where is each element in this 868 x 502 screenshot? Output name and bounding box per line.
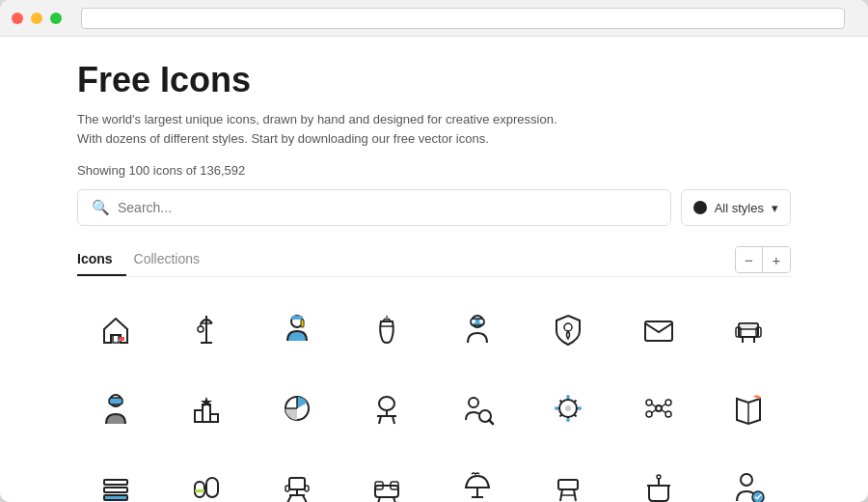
list-icon <box>95 466 137 502</box>
style-dropdown[interactable]: All styles ▾ <box>681 189 791 226</box>
worker-icon <box>276 308 318 350</box>
admin-person-icon <box>727 466 770 502</box>
svg-line-76 <box>287 495 291 502</box>
svg-rect-29 <box>210 414 218 422</box>
search-icon: 🔍 <box>92 199 110 216</box>
svg-rect-73 <box>289 478 305 489</box>
list-item[interactable] <box>620 453 697 502</box>
icons-grid: + <box>77 294 791 502</box>
svg-line-64 <box>662 410 665 413</box>
list-item[interactable] <box>258 453 336 502</box>
maximize-button[interactable] <box>50 13 62 24</box>
lamp-icon <box>185 308 228 350</box>
main-content: Free Icons The world's largest unique ic… <box>0 37 868 502</box>
list-item[interactable] <box>258 294 336 364</box>
drink-icon <box>366 308 408 350</box>
list-item[interactable] <box>529 374 607 443</box>
showing-count: Showing 100 icons of 136,592 <box>77 163 791 178</box>
svg-line-89 <box>560 489 562 501</box>
svg-point-39 <box>469 398 478 407</box>
svg-rect-66 <box>104 480 127 485</box>
shield-location-icon <box>547 308 589 350</box>
svg-line-77 <box>303 495 307 502</box>
svg-line-63 <box>652 410 656 413</box>
svg-line-62 <box>662 404 665 407</box>
svg-rect-20 <box>739 323 758 329</box>
svg-rect-28 <box>203 404 210 422</box>
search-input[interactable] <box>118 200 657 215</box>
svg-line-48 <box>559 401 561 403</box>
svg-rect-71 <box>206 478 218 497</box>
pie-chart-icon <box>276 387 318 430</box>
svg-point-43 <box>565 405 571 411</box>
tab-icons[interactable]: Icons <box>77 243 126 276</box>
network-icon <box>637 387 680 430</box>
tab-collections[interactable]: Collections <box>134 243 213 276</box>
stool-icon <box>547 466 589 502</box>
list-item[interactable] <box>710 294 787 364</box>
search-row: 🔍 All styles ▾ <box>77 189 791 226</box>
list-item[interactable] <box>168 374 245 443</box>
list-item[interactable] <box>77 374 154 443</box>
svg-line-37 <box>379 416 381 424</box>
svg-point-52 <box>566 395 570 399</box>
leaderboard-icon <box>185 387 228 430</box>
list-item[interactable] <box>710 374 787 443</box>
list-item[interactable] <box>168 453 245 502</box>
list-item[interactable] <box>439 294 516 364</box>
titlebar <box>0 0 868 37</box>
svg-rect-27 <box>195 410 203 422</box>
list-item[interactable] <box>348 294 425 364</box>
close-button[interactable] <box>12 13 23 24</box>
svg-point-54 <box>566 418 570 422</box>
svg-line-51 <box>559 414 561 416</box>
svg-line-61 <box>652 404 656 407</box>
style-dot-icon <box>693 201 707 214</box>
virus-icon <box>547 387 589 430</box>
list-item[interactable] <box>439 374 516 443</box>
svg-point-58 <box>665 400 671 405</box>
vanity-table-icon <box>366 387 408 430</box>
style-label: All styles <box>715 201 764 215</box>
list-item[interactable] <box>710 453 787 502</box>
tabs-row: Icons Collections − + <box>77 243 791 277</box>
svg-rect-26 <box>109 398 122 404</box>
zoom-in-button[interactable]: + <box>763 247 790 272</box>
svg-point-53 <box>578 406 582 410</box>
page-subtitle: The world's largest unique icons, drawn … <box>77 110 791 148</box>
svg-rect-9 <box>291 316 303 320</box>
list-item[interactable] <box>258 374 336 443</box>
svg-rect-10 <box>301 320 304 327</box>
mail-icon <box>637 308 680 350</box>
vr-headset-person-icon <box>95 387 137 430</box>
list-item[interactable] <box>620 374 697 443</box>
list-item[interactable] <box>348 374 425 443</box>
list-item[interactable] <box>439 453 516 502</box>
search-bar[interactable]: 🔍 <box>77 189 671 226</box>
letters-icon <box>185 466 228 502</box>
svg-line-49 <box>574 414 576 416</box>
sink-icon <box>637 466 680 502</box>
zoom-out-button[interactable]: − <box>736 247 763 272</box>
svg-point-55 <box>555 406 558 410</box>
svg-line-90 <box>574 489 576 501</box>
list-item[interactable] <box>168 294 245 364</box>
office-chair-icon <box>276 466 318 502</box>
list-item[interactable] <box>348 453 425 502</box>
svg-point-59 <box>646 411 652 417</box>
house-icon: + <box>95 308 137 350</box>
url-bar[interactable] <box>81 8 845 29</box>
view-controls: − + <box>735 246 791 273</box>
svg-rect-79 <box>305 486 309 491</box>
vr-user-icon <box>456 308 499 350</box>
minimize-button[interactable] <box>31 13 42 24</box>
svg-point-15 <box>472 320 475 323</box>
armchair-icon <box>727 308 770 350</box>
svg-point-60 <box>665 411 671 417</box>
list-item[interactable]: + <box>77 294 154 364</box>
list-item[interactable] <box>529 453 607 502</box>
list-item[interactable] <box>529 294 607 364</box>
list-item[interactable] <box>77 453 154 502</box>
list-item[interactable] <box>620 294 697 364</box>
browser-window: Free Icons The world's largest unique ic… <box>0 0 868 502</box>
